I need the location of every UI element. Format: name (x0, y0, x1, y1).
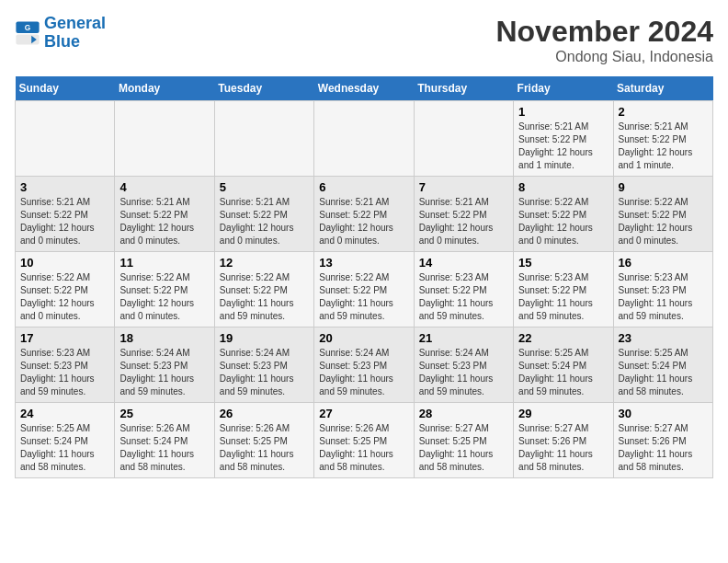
day-number: 17 (20, 331, 109, 345)
calendar-cell: 1Sunrise: 5:21 AM Sunset: 5:22 PM Daylig… (514, 101, 613, 177)
day-info: Sunrise: 5:23 AM Sunset: 5:22 PM Dayligh… (518, 271, 608, 323)
calendar-week-row: 24Sunrise: 5:25 AM Sunset: 5:24 PM Dayli… (16, 403, 713, 478)
day-number: 7 (419, 180, 508, 194)
calendar-body: 1Sunrise: 5:21 AM Sunset: 5:22 PM Daylig… (16, 101, 713, 478)
day-number: 11 (119, 256, 209, 270)
calendar-cell: 11Sunrise: 5:22 AM Sunset: 5:22 PM Dayli… (115, 252, 214, 327)
day-number: 1 (518, 105, 608, 119)
day-info: Sunrise: 5:24 AM Sunset: 5:23 PM Dayligh… (220, 347, 309, 398)
day-info: Sunrise: 5:25 AM Sunset: 5:24 PM Dayligh… (619, 347, 708, 398)
day-number: 4 (119, 180, 209, 194)
day-number: 13 (319, 256, 408, 270)
day-number: 18 (119, 331, 209, 345)
day-info: Sunrise: 5:25 AM Sunset: 5:24 PM Dayligh… (518, 347, 608, 398)
calendar-cell (314, 101, 414, 177)
logo-text: General Blue (44, 15, 106, 52)
calendar-cell (16, 101, 115, 177)
day-info: Sunrise: 5:23 AM Sunset: 5:23 PM Dayligh… (619, 271, 708, 323)
calendar-cell: 15Sunrise: 5:23 AM Sunset: 5:22 PM Dayli… (514, 252, 613, 327)
day-info: Sunrise: 5:23 AM Sunset: 5:22 PM Dayligh… (419, 271, 508, 323)
day-number: 21 (419, 331, 508, 345)
day-header-thursday: Thursday (414, 76, 513, 101)
day-info: Sunrise: 5:21 AM Sunset: 5:22 PM Dayligh… (619, 121, 708, 172)
calendar-cell: 17Sunrise: 5:23 AM Sunset: 5:23 PM Dayli… (16, 327, 115, 403)
day-number: 14 (419, 256, 508, 270)
day-number: 9 (619, 180, 708, 194)
calendar-title: November 2024 (495, 15, 713, 49)
day-number: 19 (220, 331, 309, 345)
day-info: Sunrise: 5:27 AM Sunset: 5:25 PM Dayligh… (419, 422, 508, 474)
header: G General Blue November 2024 Ondong Siau… (15, 15, 713, 65)
day-info: Sunrise: 5:22 AM Sunset: 5:22 PM Dayligh… (518, 196, 608, 247)
day-info: Sunrise: 5:24 AM Sunset: 5:23 PM Dayligh… (419, 347, 508, 398)
calendar-cell: 22Sunrise: 5:25 AM Sunset: 5:24 PM Dayli… (514, 327, 613, 403)
day-info: Sunrise: 5:27 AM Sunset: 5:26 PM Dayligh… (619, 422, 708, 474)
day-number: 16 (619, 256, 708, 270)
calendar-week-row: 3Sunrise: 5:21 AM Sunset: 5:22 PM Daylig… (16, 177, 713, 252)
day-info: Sunrise: 5:21 AM Sunset: 5:22 PM Dayligh… (419, 196, 508, 247)
calendar-cell: 10Sunrise: 5:22 AM Sunset: 5:22 PM Dayli… (16, 252, 115, 327)
day-header-monday: Monday (115, 76, 214, 101)
day-info: Sunrise: 5:22 AM Sunset: 5:22 PM Dayligh… (319, 271, 408, 323)
calendar-cell: 23Sunrise: 5:25 AM Sunset: 5:24 PM Dayli… (613, 327, 712, 403)
day-header-sunday: Sunday (16, 76, 115, 101)
day-info: Sunrise: 5:24 AM Sunset: 5:23 PM Dayligh… (119, 347, 209, 398)
day-number: 6 (319, 180, 408, 194)
calendar-cell: 26Sunrise: 5:26 AM Sunset: 5:25 PM Dayli… (214, 403, 313, 478)
day-info: Sunrise: 5:27 AM Sunset: 5:26 PM Dayligh… (518, 422, 608, 474)
day-header-saturday: Saturday (613, 76, 712, 101)
calendar-cell: 3Sunrise: 5:21 AM Sunset: 5:22 PM Daylig… (16, 177, 115, 252)
calendar-cell (115, 101, 214, 177)
day-info: Sunrise: 5:21 AM Sunset: 5:22 PM Dayligh… (319, 196, 408, 247)
day-info: Sunrise: 5:22 AM Sunset: 5:22 PM Dayligh… (619, 196, 708, 247)
calendar-cell: 4Sunrise: 5:21 AM Sunset: 5:22 PM Daylig… (115, 177, 214, 252)
day-info: Sunrise: 5:21 AM Sunset: 5:22 PM Dayligh… (20, 196, 109, 247)
day-number: 25 (119, 407, 209, 420)
calendar-header-row: SundayMondayTuesdayWednesdayThursdayFrid… (16, 76, 713, 101)
day-header-tuesday: Tuesday (214, 76, 313, 101)
calendar-cell: 21Sunrise: 5:24 AM Sunset: 5:23 PM Dayli… (414, 327, 513, 403)
day-info: Sunrise: 5:21 AM Sunset: 5:22 PM Dayligh… (220, 196, 309, 247)
day-number: 5 (220, 180, 309, 194)
calendar-cell (214, 101, 313, 177)
calendar-cell: 12Sunrise: 5:22 AM Sunset: 5:22 PM Dayli… (214, 252, 313, 327)
day-number: 12 (220, 256, 309, 270)
day-number: 28 (419, 407, 508, 420)
day-info: Sunrise: 5:26 AM Sunset: 5:24 PM Dayligh… (119, 422, 209, 474)
day-info: Sunrise: 5:21 AM Sunset: 5:22 PM Dayligh… (119, 196, 209, 247)
day-number: 3 (20, 180, 109, 194)
calendar-cell: 16Sunrise: 5:23 AM Sunset: 5:23 PM Dayli… (613, 252, 712, 327)
day-info: Sunrise: 5:21 AM Sunset: 5:22 PM Dayligh… (518, 121, 608, 172)
day-info: Sunrise: 5:24 AM Sunset: 5:23 PM Dayligh… (319, 347, 408, 398)
logo-icon: G (15, 20, 40, 46)
calendar-cell: 28Sunrise: 5:27 AM Sunset: 5:25 PM Dayli… (414, 403, 513, 478)
calendar-cell (414, 101, 513, 177)
calendar-cell: 18Sunrise: 5:24 AM Sunset: 5:23 PM Dayli… (115, 327, 214, 403)
day-number: 2 (619, 105, 708, 119)
day-info: Sunrise: 5:22 AM Sunset: 5:22 PM Dayligh… (220, 271, 309, 323)
calendar-cell: 8Sunrise: 5:22 AM Sunset: 5:22 PM Daylig… (514, 177, 613, 252)
day-number: 10 (20, 256, 109, 270)
day-info: Sunrise: 5:26 AM Sunset: 5:25 PM Dayligh… (220, 422, 309, 474)
calendar-cell: 29Sunrise: 5:27 AM Sunset: 5:26 PM Dayli… (514, 403, 613, 478)
day-number: 20 (319, 331, 408, 345)
calendar-cell: 6Sunrise: 5:21 AM Sunset: 5:22 PM Daylig… (314, 177, 414, 252)
day-number: 24 (20, 407, 109, 420)
svg-text:G: G (25, 23, 31, 32)
day-info: Sunrise: 5:23 AM Sunset: 5:23 PM Dayligh… (20, 347, 109, 398)
day-number: 15 (518, 256, 608, 270)
calendar-cell: 24Sunrise: 5:25 AM Sunset: 5:24 PM Dayli… (16, 403, 115, 478)
calendar-cell: 5Sunrise: 5:21 AM Sunset: 5:22 PM Daylig… (214, 177, 313, 252)
calendar-week-row: 17Sunrise: 5:23 AM Sunset: 5:23 PM Dayli… (16, 327, 713, 403)
day-info: Sunrise: 5:25 AM Sunset: 5:24 PM Dayligh… (20, 422, 109, 474)
day-number: 30 (619, 407, 708, 420)
title-block: November 2024 Ondong Siau, Indonesia (495, 15, 713, 65)
calendar-cell: 9Sunrise: 5:22 AM Sunset: 5:22 PM Daylig… (613, 177, 712, 252)
day-header-wednesday: Wednesday (314, 76, 414, 101)
calendar-cell: 2Sunrise: 5:21 AM Sunset: 5:22 PM Daylig… (613, 101, 712, 177)
calendar-cell: 14Sunrise: 5:23 AM Sunset: 5:22 PM Dayli… (414, 252, 513, 327)
day-number: 27 (319, 407, 408, 420)
calendar-cell: 27Sunrise: 5:26 AM Sunset: 5:25 PM Dayli… (314, 403, 414, 478)
day-number: 8 (518, 180, 608, 194)
calendar-cell: 19Sunrise: 5:24 AM Sunset: 5:23 PM Dayli… (214, 327, 313, 403)
